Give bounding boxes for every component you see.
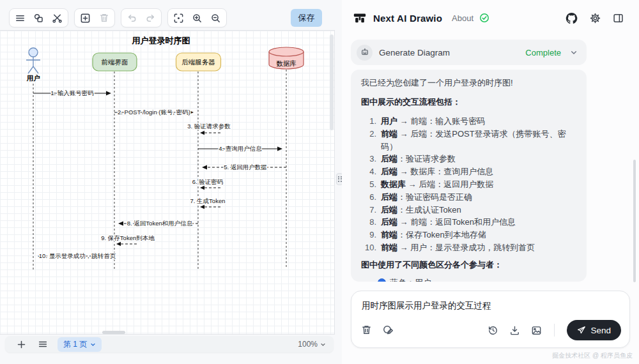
chat-header: Next AI Drawio About (342, 0, 639, 36)
flow-step: 2.前端 → 后端：发送POST登录请求（携带账号、密码） (361, 128, 576, 153)
diagram-tool-icon (357, 45, 373, 61)
settings-button[interactable] (590, 13, 601, 24)
export-image-button[interactable] (531, 325, 542, 336)
page-tab-label: 第 1 页 (63, 339, 87, 350)
participant-label: 后端服务器 (181, 58, 215, 66)
trash-icon (99, 13, 109, 23)
message-9[interactable]: 9. 保存Token到本地 (101, 234, 155, 246)
download-icon (509, 325, 520, 336)
fit-view-icon (173, 13, 184, 24)
assistant-message: 我已经为您创建了一个用户登录的时序图! 图中展示的交互流程包括： 1.用户 → … (351, 70, 587, 282)
step-rest: → 前端：返回Token和用户信息 (397, 217, 516, 227)
chat-messages-area[interactable]: Generate Diagram Complete 我已经为您创建了一个用户登录… (351, 40, 587, 282)
message-label: 4. 查询用户信息 (219, 145, 262, 152)
delete-button[interactable] (95, 10, 113, 26)
download-button[interactable] (509, 325, 520, 336)
step-number: 1. (361, 115, 376, 128)
editor-panel: 用户登录时序图 用户 前端界面 后端服务器 (0, 0, 342, 364)
chevron-down-icon[interactable] (570, 49, 578, 56)
message-7[interactable]: 7. 生成Token (190, 197, 226, 209)
chat-input-card: 用时序图展示用户登录的交互过程 (351, 291, 630, 348)
step-number: 2. (361, 128, 376, 153)
shapes-button[interactable] (29, 10, 48, 26)
clear-button[interactable] (361, 324, 372, 336)
github-button[interactable] (566, 12, 578, 24)
input-right-actions: Send (488, 320, 621, 340)
menu-button[interactable] (11, 10, 29, 26)
message-6[interactable]: 6. 验证密码 (192, 178, 224, 190)
message-3[interactable]: 3. 验证请求参数 (187, 123, 231, 135)
chat-scrollbar[interactable] (633, 160, 636, 282)
history-button[interactable] (488, 325, 498, 336)
message-2[interactable]: 2. POST /login (账号, 密码) (114, 109, 194, 116)
save-button[interactable]: 保存 (291, 9, 322, 27)
step-text: 前端 → 后端：发送POST登录请求（携带账号、密码） (381, 128, 576, 153)
blue-dot-icon (378, 278, 386, 282)
tool-card-label: Generate Diagram (379, 48, 450, 57)
add-shape-button[interactable] (76, 10, 95, 26)
step-text: 前端：保存Token到本地存储 (381, 229, 486, 241)
flow-heading: 图中展示的交互流程包括： (361, 96, 576, 108)
toggle-panel-button[interactable] (613, 13, 624, 24)
step-rest: → 用户：显示登录成功，跳转到首页 (397, 243, 535, 252)
vertical-scrollbar[interactable] (330, 34, 334, 130)
page-tab[interactable]: 第 1 页 (58, 337, 102, 352)
colors-heading: 图中使用了不同颜色区分各个参与者： (361, 259, 576, 271)
zoom-level-control[interactable]: 100% (298, 340, 326, 349)
message-5[interactable]: 5. 返回用户数据 (202, 163, 286, 171)
about-link[interactable]: About (452, 13, 473, 23)
zoom-in-button[interactable] (188, 10, 206, 26)
send-button[interactable]: Send (567, 320, 621, 340)
step-text: 后端：验证请求参数 (381, 153, 456, 165)
add-page-button[interactable] (13, 337, 29, 351)
message-input[interactable]: 用时序图展示用户登录的交互过程 (351, 291, 629, 317)
step-rest: → 后端：发送POST登录请求（携带账号、密码） (381, 129, 566, 151)
participant-user[interactable]: 用户 (26, 48, 41, 82)
tool-card-status: Complete (525, 48, 561, 57)
step-number: 10. (361, 241, 376, 254)
list-icon (38, 339, 48, 349)
scissors-icon (52, 13, 63, 24)
shapes-icon (33, 13, 44, 24)
step-actor: 用户 (381, 116, 397, 126)
undo-button[interactable] (123, 10, 141, 26)
app-logo-icon (353, 11, 367, 25)
message-10[interactable]: 10. 显示登录成功，跳转首页 (38, 252, 116, 259)
zoom-out-icon (210, 13, 221, 24)
undo-icon (127, 13, 137, 24)
flow-step: 6.后端：验证密码是否正确 (361, 191, 576, 204)
participant-frontend[interactable]: 前端界面 (93, 53, 137, 71)
message-8[interactable]: 8. 返回Token和用户信息 (118, 220, 198, 227)
generate-diagram-card[interactable]: Generate Diagram Complete (351, 40, 587, 65)
flow-step: 7.后端：生成认证Token (361, 204, 576, 216)
step-rest: → 后端：返回用户数据 (406, 179, 493, 189)
step-number: 8. (361, 216, 376, 229)
redo-button[interactable] (141, 10, 160, 26)
send-label: Send (590, 326, 611, 335)
cut-button[interactable] (48, 10, 66, 26)
flow-step: 9.前端：保存Token到本地存储 (361, 229, 576, 241)
step-actor: 后端 (381, 167, 397, 176)
participant-database[interactable]: 数据库 (269, 47, 304, 69)
message-4[interactable]: 4. 查询用户信息 (198, 145, 282, 152)
chat-panel: Next AI Drawio About Gen (342, 0, 639, 364)
message-label: 6. 验证密码 (192, 178, 224, 185)
message-1[interactable]: 1. 输入账号密码 (33, 89, 111, 96)
draw-mode-button[interactable] (382, 324, 394, 336)
divider (554, 324, 555, 337)
legend-label: 蓝色：用户 (390, 277, 431, 282)
fit-view-button[interactable] (169, 10, 188, 26)
pages-list-button[interactable] (35, 337, 51, 351)
step-text: 后端 → 前端：返回Token和用户信息 (381, 216, 516, 229)
app-title: Next AI Drawio (373, 13, 442, 24)
chevron-down-icon (320, 342, 326, 347)
participant-backend[interactable]: 后端服务器 (176, 53, 221, 71)
zoom-out-button[interactable] (206, 10, 225, 26)
horizontal-scrollbar[interactable] (102, 331, 125, 334)
step-actor: 后端 (381, 154, 397, 163)
toolbar-group-history (121, 8, 162, 27)
toolbar-group-main (9, 8, 68, 27)
step-actor: 后端 (381, 192, 397, 202)
input-left-actions (361, 324, 394, 336)
input-toolbar: Send (361, 320, 621, 340)
